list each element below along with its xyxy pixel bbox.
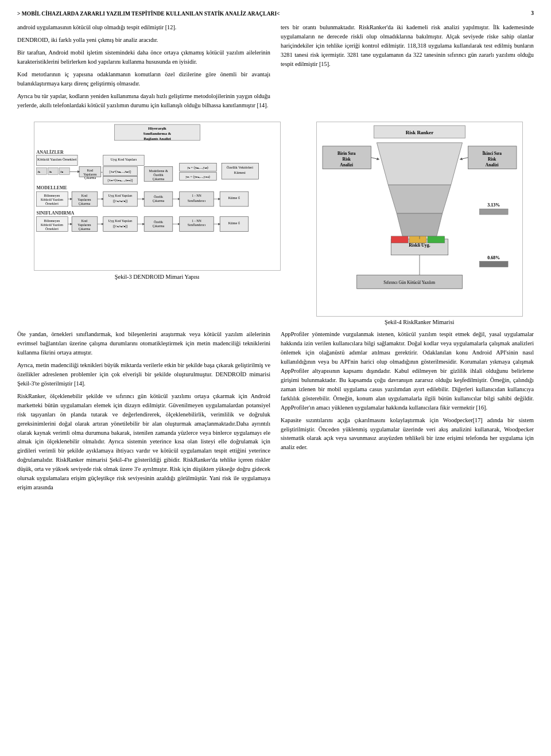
svg-text:Kötücül Yazılım: Kötücül Yazılım (41, 223, 63, 227)
svg-text:Kod: Kod (82, 219, 87, 223)
svg-text:Bilinmeyen: Bilinmeyen (44, 219, 60, 223)
svg-text:0.68%: 0.68% (487, 255, 500, 260)
bottom-left-p2: Ayrıca, metin madenciliği teknikleri büy… (17, 361, 270, 388)
svg-text:Birin Sıra: Birin Sıra (337, 151, 356, 156)
svg-text:3.13%: 3.13% (487, 202, 500, 208)
svg-text:Analizi: Analizi (486, 162, 499, 167)
figure4-caption: Şekil-4 RiskRanker Mimarisi (385, 319, 454, 325)
svg-rect-111 (479, 262, 508, 267)
svg-text:Riskli Uyg.: Riskli Uyg. (409, 243, 430, 248)
svg-text:Sınıflandırma &: Sınıflandırma & (143, 131, 171, 136)
left-p2: DENDROID, iki farklı yolla yeni çıkmış b… (17, 36, 270, 45)
svg-text:a₃: a₃ (60, 170, 63, 173)
svg-text:Çıkarma: Çıkarma (152, 224, 164, 228)
page-number: 3 (531, 10, 534, 16)
svg-text:Modelleme &: Modelleme & (149, 169, 168, 173)
svg-text:Risk: Risk (488, 157, 496, 162)
svg-text:Özelik: Özelik (154, 195, 163, 198)
svg-text:a₂: a₂ (49, 170, 51, 173)
page-header: > MOBİL CİHAZLARDA ZARARLI YAZILIM TESPİ… (17, 10, 534, 17)
svg-text:Sınıflandırıcı: Sınıflandırıcı (187, 223, 205, 227)
dendroid-diagram: Hiyerarşik Sınıflandırma & Bağlantı Anal… (34, 122, 281, 271)
svg-text:a₁: a₁ (37, 170, 40, 173)
svg-text:Bilinmeyen: Bilinmeyen (44, 194, 60, 197)
svg-text:1 - NN: 1 - NN (192, 194, 201, 197)
svg-text:İkinci Sıra: İkinci Sıra (482, 150, 502, 156)
page: > MOBİL CİHAZLARDA ZARARLI YAZILIM TESPİ… (0, 0, 551, 506)
svg-marker-95 (388, 185, 451, 213)
svg-text:{[c₁,c₂,c₃]}: {[c₁,c₂,c₃]} (112, 199, 128, 203)
bottom-columns: Öte yandan, örnekleri sınıflandırmak, ko… (17, 330, 534, 496)
bottom-right-p2: Kapasite sızıntılarını açığa çıkarılması… (281, 416, 534, 453)
svg-text:y₁ = (y₁₁,...,y₁ₙ): y₁ = (y₁₁,...,y₁ₙ) (187, 166, 208, 170)
svg-text:Risk: Risk (342, 157, 351, 162)
svg-text:Yapılarını: Yapılarını (77, 198, 91, 201)
bottom-right-col: AppProfiler yönteminde vurgulanmak isten… (281, 330, 534, 496)
svg-rect-108 (409, 236, 426, 243)
svg-text:ANALİZLER: ANALİZLER (36, 149, 63, 155)
svg-text:SINIFLANDIRMA: SINIFLANDIRMA (36, 211, 74, 216)
figure3-caption: Şekil-3 DENDROID Mimari Yapısı (115, 274, 200, 280)
left-p3: Bir taraftan, Android mobil işletim sist… (17, 48, 270, 67)
svg-rect-104 (479, 209, 508, 215)
left-p5: Ayrıca bu tür yapılar, kodların yeniden … (17, 92, 270, 110)
svg-rect-109 (428, 236, 445, 243)
svg-text:Kötücül Yazılım Örnekleri: Kötücül Yazılım Örnekleri (37, 157, 77, 161)
svg-text:Sıfırıncı Gün Kötücül Yazılım: Sıfırıncı Gün Kötücül Yazılım (383, 280, 435, 285)
right-p1: ters bir orantı bulunmaktadır. RiskRanke… (281, 23, 534, 69)
svg-text:{x₁=(x₁₁,...,x₁ₙ)}: {x₁=(x₁₁,...,x₁ₙ)} (108, 170, 131, 174)
svg-text:Küme fᵢ: Küme fᵢ (228, 196, 240, 200)
svg-marker-96 (397, 213, 443, 236)
svg-text:Kod: Kod (82, 194, 87, 197)
svg-text:{[c₁,c₂,c₃]}: {[c₁,c₂,c₃]} (112, 224, 128, 228)
svg-text:Çıkarma: Çıkarma (78, 227, 90, 231)
figure3: Hiyerarşik Sınıflandırma & Bağlantı Anal… (17, 122, 297, 280)
left-p1: android uygulamasının kötücül olup olmad… (17, 23, 270, 32)
svg-text:Özellik: Özellik (153, 173, 164, 177)
svg-text:Yapılarını: Yapılarını (77, 223, 91, 227)
svg-text:Çıkarma: Çıkarma (84, 176, 96, 180)
svg-text:Uyg Kod Yapıları: Uyg Kod Yapıları (108, 219, 132, 223)
svg-line-101 (371, 158, 378, 159)
svg-text:Hiyerarşik: Hiyerarşik (148, 126, 166, 131)
svg-text:yₘ = (yₘ₁,...,yₘₙ): yₘ = (yₘ₁,...,yₘₙ) (185, 175, 210, 179)
svg-text:Çıkarma: Çıkarma (152, 199, 164, 202)
svg-text:{xₘ=(xₘ₁,...,xₘₙ)}: {xₘ=(xₘ₁,...,xₘₙ)} (107, 178, 133, 182)
svg-text:Sınıflandırıcı: Sınıflandırıcı (187, 199, 205, 202)
svg-text:Kod: Kod (87, 169, 92, 172)
svg-line-102 (460, 158, 468, 159)
figures-row: Hiyerarşik Sınıflandırma & Bağlantı Anal… (17, 122, 534, 325)
svg-rect-107 (391, 236, 408, 243)
svg-text:Analizi: Analizi (340, 162, 353, 167)
left-column: android uygulamasının kötücül olup olmad… (17, 23, 270, 114)
svg-text:Özelik: Özelik (154, 220, 163, 224)
svg-text:MODELLEME: MODELLEME (36, 185, 67, 190)
riskranker-diagram: Risk Ranker 100% Birin Sıra Risk Analizi… (316, 122, 523, 317)
left-p4: Kod metotlarının iç yapısına odaklanmanı… (17, 70, 270, 88)
right-column: ters bir orantı bulunmaktadır. RiskRanke… (281, 23, 534, 114)
bottom-left-col: Öte yandan, örnekleri sınıflandırmak, ko… (17, 330, 270, 496)
svg-text:Örnekleri: Örnekleri (45, 227, 59, 231)
svg-text:Örnekleri: Örnekleri (45, 202, 59, 205)
intro-columns: android uygulamasının kötücül olup olmad… (17, 23, 534, 114)
svg-text:Uyg Kod Yapıları: Uyg Kod Yapıları (110, 157, 137, 161)
svg-marker-94 (377, 143, 462, 185)
svg-text:Kötücül Yazılım: Kötücül Yazılım (41, 198, 63, 201)
svg-text:Çıkarma: Çıkarma (78, 202, 90, 205)
header-title: > MOBİL CİHAZLARDA ZARARLI YAZILIM TESPİ… (17, 10, 525, 17)
svg-text:Risk Ranker: Risk Ranker (405, 130, 433, 135)
svg-text:Çıkarma: Çıkarma (152, 177, 164, 181)
svg-text:Kümesi: Kümesi (234, 170, 246, 174)
bottom-left-p1: Öte yandan, örnekleri sınıflandırmak, ko… (17, 330, 270, 357)
figure4: Risk Ranker 100% Birin Sıra Risk Analizi… (305, 122, 534, 325)
svg-text:Uyg Kod Yapıları: Uyg Kod Yapıları (108, 194, 132, 197)
svg-text:Bağlantı Analizi: Bağlantı Analizi (143, 137, 171, 141)
bottom-left-p3: RiskRanker, ölçeklenebilir şekilde ve sı… (17, 392, 270, 492)
svg-text:Küme fᵢ: Küme fᵢ (228, 221, 240, 225)
svg-text:Özellik Vektörleri: Özellik Vektörleri (226, 165, 253, 169)
svg-text:1 - NN: 1 - NN (192, 219, 201, 223)
bottom-right-p1: AppProfiler yönteminde vurgulanmak isten… (281, 330, 534, 412)
